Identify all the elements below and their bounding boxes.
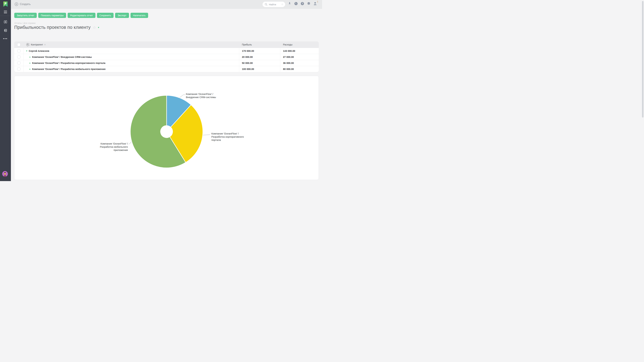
leader-line-blue — [180, 95, 185, 98]
save-button[interactable]: Сохранить — [97, 13, 114, 18]
show-parameters-button[interactable]: Показать параметры — [38, 13, 66, 18]
slice-label-crm: Компания 'OceanFlow' / Внедрение CRM-сис… — [186, 92, 216, 99]
sidebar — [0, 0, 11, 181]
sidebar-more-icon[interactable] — [3, 38, 8, 39]
report-toolbar: Запустить отчет Показать параметры Редак… — [14, 13, 148, 18]
account-icon[interactable]: 1 — [313, 2, 317, 5]
export-button[interactable]: Экспорт — [115, 13, 129, 18]
chart-card: Компания 'OceanFlow' / Внедрение CRM-сис… — [14, 76, 319, 180]
page-title: Прибыльность проектов по клиенту — [14, 25, 90, 30]
table-row[interactable]: ▸ Компания 'OceanFlow' / Разработка корп… — [14, 60, 319, 66]
search-input[interactable]: Найти ☆ — [262, 2, 285, 7]
topbar-icons: ? 1 — [288, 2, 317, 5]
row-expenses: 80 000.00 — [280, 66, 319, 72]
report-table: Контрагент ↑ Прибыль Расходы ▾ Сергей Ал… — [14, 41, 319, 72]
slice-label-portal: Компания 'OceanFlow' / Разработка корпор… — [211, 132, 244, 141]
table-header-row: Контрагент ↑ Прибыль Расходы — [14, 41, 319, 48]
kanban-columns-icon — [4, 20, 7, 24]
row-profit: 170 000.00 — [239, 48, 280, 54]
breadcrumb[interactable]: Отчеты / Для справки — [14, 22, 36, 24]
account-count-badge: 1 — [317, 0, 318, 3]
create-label: Создать — [20, 2, 31, 6]
slice-label-mobile: Компания 'OceanFlow' / Разработка мобиль… — [100, 142, 128, 152]
row-name[interactable]: Компания 'OceanFlow' / Разработка корпор… — [32, 62, 106, 64]
row-checkbox[interactable] — [17, 49, 20, 52]
planfix-logo-icon[interactable] — [3, 1, 8, 7]
select-all-checkbox[interactable] — [17, 43, 20, 46]
title-dropdown-icon[interactable]: ▼ — [98, 26, 100, 29]
plus-circle-icon — [14, 2, 18, 6]
row-expenses: 27 000.00 — [280, 54, 319, 60]
clock-icon[interactable] — [294, 2, 298, 5]
row-name[interactable]: Сергей Алексеев — [29, 50, 49, 52]
help-icon[interactable]: ? — [300, 2, 304, 5]
row-checkbox[interactable] — [17, 55, 20, 58]
favorite-star-icon[interactable]: ☆ — [93, 25, 96, 30]
svg-text:?: ? — [302, 2, 303, 5]
create-button[interactable]: Создать — [14, 2, 31, 6]
row-profit: 50 000.00 — [239, 60, 280, 66]
search-icon — [265, 3, 268, 6]
table-row[interactable]: ▸ Компания 'OceanFlow' / Внедрение CRM-с… — [14, 54, 319, 60]
row-name[interactable]: Компания 'OceanFlow' / Внедрение CRM-сис… — [32, 56, 92, 58]
expand-icon[interactable]: ▸ — [30, 56, 31, 58]
column-header-expenses[interactable]: Расходы — [280, 41, 319, 48]
sort-asc-icon[interactable]: ↑ — [44, 43, 46, 46]
row-checkbox[interactable] — [17, 67, 20, 71]
row-expenses: 36 000.00 — [280, 60, 319, 66]
profit-donut-chart — [14, 76, 319, 180]
top-bar: Создать Найти ☆ ? — [11, 0, 322, 9]
print-button[interactable]: Напечатать — [130, 13, 148, 18]
row-name[interactable]: Компания 'OceanFlow' / Разработка мобиль… — [32, 68, 106, 70]
row-expenses: 143 000.00 — [280, 48, 319, 54]
row-profit: 100 000.00 — [239, 66, 280, 72]
report-document-icon — [4, 29, 7, 32]
menu-hamburger-icon[interactable] — [4, 11, 7, 13]
grouping-icon[interactable] — [26, 43, 29, 46]
run-report-button[interactable]: Запустить отчет — [14, 13, 37, 18]
user-avatar[interactable] — [2, 171, 8, 177]
sidebar-item-reports[interactable] — [4, 29, 7, 32]
expand-icon[interactable]: ▸ — [30, 62, 31, 64]
search-placeholder: Найти — [269, 3, 281, 6]
leader-line-yellow — [203, 135, 210, 135]
table-row-group[interactable]: ▾ Сергей Алексеев 170 000.00 143 000.00 — [14, 48, 319, 54]
edit-report-button[interactable]: Редактировать отчет — [68, 13, 96, 18]
row-profit: 20 000.00 — [239, 54, 280, 60]
column-header-profit[interactable]: Прибыль — [239, 41, 280, 48]
collapse-icon[interactable]: ▾ — [26, 50, 27, 52]
expand-icon[interactable]: ▸ — [30, 68, 31, 70]
column-header-counterparty[interactable]: Контрагент — [31, 43, 43, 46]
sidebar-divider — [0, 16, 11, 16]
layers-icon[interactable] — [307, 2, 311, 5]
row-checkbox[interactable] — [17, 61, 20, 64]
table-row[interactable]: ▸ Компания 'OceanFlow' / Разработка моби… — [14, 66, 319, 72]
search-star-icon[interactable]: ☆ — [281, 3, 284, 6]
sidebar-item-planner[interactable] — [4, 20, 7, 24]
leader-line-green — [128, 141, 132, 144]
rocket-icon[interactable] — [288, 2, 292, 5]
